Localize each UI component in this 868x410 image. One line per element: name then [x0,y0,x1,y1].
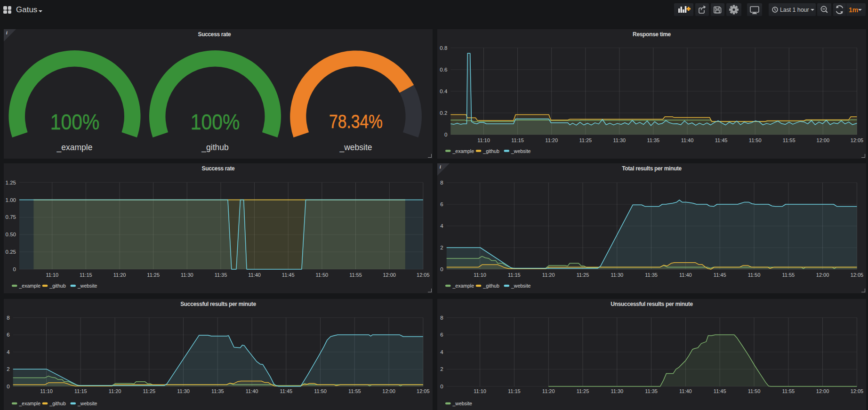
svg-text:2: 2 [7,366,9,372]
svg-text:11:25: 11:25 [147,272,160,278]
svg-text:0.6: 0.6 [440,67,447,72]
svg-text:11:55: 11:55 [348,388,361,394]
svg-text:11:45: 11:45 [282,272,295,278]
svg-text:4: 4 [7,349,10,355]
svg-text:6: 6 [440,332,443,338]
svg-text:_website: _website [452,401,473,406]
svg-text:11:35: 11:35 [645,272,658,278]
svg-text:_example: _example [452,148,474,154]
svg-text:12:00: 12:00 [383,272,396,278]
svg-text:0: 0 [7,384,9,389]
svg-text:11:20: 11:20 [542,388,555,394]
svg-text:11:35: 11:35 [211,388,224,394]
svg-text:11:30: 11:30 [177,388,190,394]
svg-text:11:35: 11:35 [215,272,227,278]
svg-text:0.2: 0.2 [440,110,447,116]
svg-text:12:05: 12:05 [851,137,864,143]
svg-text:12:05: 12:05 [851,388,864,394]
svg-text:_github: _github [49,283,66,289]
svg-text:11:15: 11:15 [80,272,92,278]
svg-text:_github: _github [482,148,499,154]
svg-text:12:00: 12:00 [382,388,395,394]
svg-text:_website: _website [77,401,97,406]
svg-text:0: 0 [13,266,16,272]
svg-text:11:20: 11:20 [109,388,121,394]
svg-text:11:55: 11:55 [349,272,362,278]
svg-text:11:40: 11:40 [248,272,261,278]
svg-text:11:15: 11:15 [508,388,521,394]
svg-text:_website: _website [77,283,97,289]
svg-text:11:45: 11:45 [715,137,728,143]
svg-text:11:55: 11:55 [782,388,795,394]
svg-text:11:50: 11:50 [748,272,761,278]
svg-text:_example: _example [19,401,41,406]
svg-text:12:00: 12:00 [817,137,830,143]
svg-text:_github: _github [49,401,66,406]
svg-text:11:20: 11:20 [545,137,558,143]
svg-text:0.4: 0.4 [440,88,448,94]
svg-text:11:55: 11:55 [782,272,795,278]
svg-text:11:15: 11:15 [508,272,521,278]
svg-text:11:35: 11:35 [647,137,660,143]
svg-text:6: 6 [7,332,9,338]
svg-text:12:00: 12:00 [816,388,829,394]
svg-text:0: 0 [440,266,443,272]
svg-text:0.75: 0.75 [6,214,16,220]
svg-text:11:45: 11:45 [280,388,292,394]
svg-text:1.25: 1.25 [6,180,16,185]
svg-text:11:40: 11:40 [246,388,258,394]
svg-text:12:00: 12:00 [816,272,829,278]
svg-text:11:15: 11:15 [511,137,524,143]
svg-text:11:10: 11:10 [474,388,486,394]
svg-text:11:10: 11:10 [40,388,53,394]
svg-text:11:30: 11:30 [611,388,623,394]
svg-text:11:20: 11:20 [542,272,555,278]
svg-text:12:05: 12:05 [851,272,864,278]
svg-text:11:30: 11:30 [611,272,623,278]
svg-text:0.25: 0.25 [6,249,16,255]
svg-text:11:25: 11:25 [579,137,592,143]
svg-text:2: 2 [440,245,443,250]
svg-text:_website: _website [511,148,531,154]
svg-text:8: 8 [7,315,9,321]
svg-text:8: 8 [440,180,443,185]
svg-text:11:55: 11:55 [783,137,796,143]
svg-text:11:25: 11:25 [143,388,155,394]
svg-text:11:50: 11:50 [749,137,762,143]
svg-text:11:40: 11:40 [679,388,692,394]
svg-text:12:05: 12:05 [417,272,430,278]
svg-text:11:20: 11:20 [113,272,126,278]
svg-text:2: 2 [440,366,443,372]
svg-text:8: 8 [440,315,443,321]
svg-text:_github: _github [482,283,499,289]
svg-text:1.00: 1.00 [6,197,16,203]
svg-text:_example: _example [452,283,474,289]
svg-text:_website: _website [511,283,531,289]
svg-text:11:45: 11:45 [714,272,726,278]
svg-text:11:25: 11:25 [577,272,589,278]
svg-text:11:15: 11:15 [74,388,87,394]
svg-text:11:50: 11:50 [314,388,327,394]
svg-text:11:35: 11:35 [645,388,658,394]
svg-text:11:40: 11:40 [679,272,692,278]
svg-text:11:50: 11:50 [748,388,761,394]
svg-text:11:30: 11:30 [613,137,626,143]
svg-text:0.8: 0.8 [440,45,447,51]
svg-text:11:40: 11:40 [681,137,694,143]
svg-text:6: 6 [440,201,443,207]
svg-text:11:10: 11:10 [474,272,486,278]
svg-text:11:30: 11:30 [181,272,193,278]
svg-text:11:50: 11:50 [316,272,329,278]
svg-text:11:25: 11:25 [577,388,589,394]
svg-text:11:10: 11:10 [46,272,58,278]
svg-text:0: 0 [444,132,447,137]
svg-text:_example: _example [19,283,41,289]
svg-text:4: 4 [440,223,443,229]
svg-text:0: 0 [440,384,443,389]
svg-text:11:10: 11:10 [477,137,490,143]
svg-text:4: 4 [440,349,443,355]
svg-text:0.50: 0.50 [6,232,16,237]
svg-text:11:45: 11:45 [714,388,726,394]
svg-text:12:05: 12:05 [417,388,430,394]
